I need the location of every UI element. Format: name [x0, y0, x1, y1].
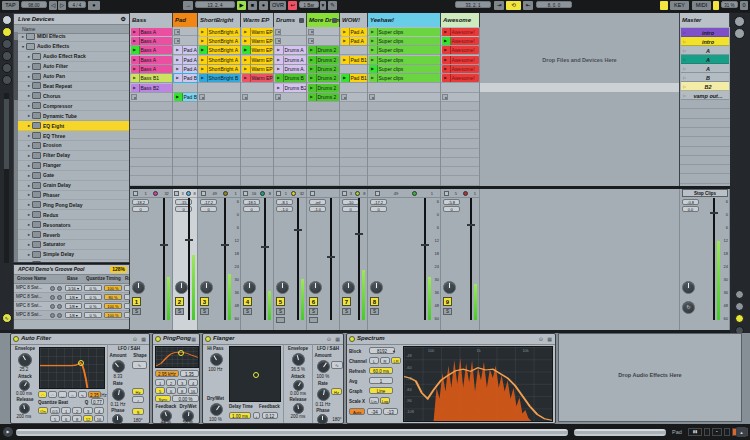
column-header[interactable]: Base — [67, 276, 78, 281]
clip-slot[interactable] — [340, 65, 367, 74]
beat-division-button[interactable]: 5 — [155, 387, 165, 394]
groove-quantize-field[interactable]: 0 % — [84, 312, 102, 318]
volume-field[interactable]: -18.5 — [243, 199, 260, 205]
hot-swap-icon[interactable] — [57, 295, 62, 300]
clip[interactable]: ▶Awesome! — [442, 37, 479, 45]
scene-slot[interactable]: ▷vamp out... — [681, 91, 729, 100]
pan-field[interactable]: -1.0 — [309, 206, 326, 212]
clip-launch-button[interactable]: ▶ — [174, 56, 183, 64]
overdub-button[interactable]: OVR — [270, 1, 286, 10]
clip-slot[interactable] — [173, 36, 197, 45]
clip-slot[interactable] — [241, 93, 273, 102]
volume-field[interactable]: -inf — [309, 199, 326, 205]
lock-icon[interactable] — [50, 286, 55, 291]
nudge-up-button[interactable]: ▷ — [58, 1, 66, 10]
browser-item[interactable]: ▸EQ Three — [18, 131, 129, 141]
browser-item[interactable]: ▸Phaser — [18, 191, 129, 201]
clip[interactable]: ▶Pad A — [341, 28, 367, 36]
clip-slot[interactable]: ▶Bass B1 — [130, 74, 172, 83]
channel-button[interactable]: R — [380, 357, 390, 364]
browser-item[interactable]: ▸Beat Repeat — [18, 82, 129, 92]
clip-slot[interactable]: ▶Drums B2 — [274, 83, 306, 92]
beat-division-button[interactable]: 2 — [72, 407, 82, 414]
browser-item[interactable]: ▸MIDI Effects — [18, 32, 129, 42]
browser-item[interactable]: ▸Erosion — [18, 141, 129, 151]
clip-slot[interactable]: ▶ShortBright A — [198, 65, 240, 74]
solo-button[interactable]: S — [243, 308, 252, 315]
clip[interactable]: ▶Warm EP A — [242, 65, 273, 73]
scene-launch-icon[interactable]: ▷ — [683, 57, 686, 62]
clip-launch-button[interactable]: ▶ — [199, 37, 208, 45]
record-button[interactable]: ● — [259, 1, 268, 10]
filter-type-button[interactable]: ∩ — [68, 391, 77, 398]
stop-all-clips-button[interactable]: Stop Clips — [682, 189, 728, 197]
clip-launch-button[interactable]: ▶ — [131, 56, 140, 64]
browser-item[interactable]: ▸Filter Delay — [18, 151, 129, 161]
filter-type-button[interactable]: ∿ — [78, 391, 87, 398]
pan-knob[interactable] — [243, 281, 256, 294]
clip-slot[interactable]: ▶Pad A — [173, 65, 197, 74]
fader-handle[interactable] — [185, 239, 193, 241]
clip-launch-button[interactable]: ▶ — [442, 56, 451, 64]
clip-launch-button[interactable]: ▶ — [199, 74, 208, 82]
release-knob[interactable] — [19, 403, 30, 414]
beat-division-button[interactable]: 1 — [61, 407, 71, 414]
delay-frequency-field[interactable]: 2.95 kHz — [155, 370, 179, 377]
clip-stop-all-button[interactable] — [276, 191, 281, 196]
clip-launch-button[interactable]: ▶ — [369, 46, 378, 54]
pan-knob[interactable] — [276, 281, 289, 294]
device-view-icon[interactable]: ▶ — [3, 427, 13, 437]
clip[interactable]: ▶Awesome! — [442, 74, 479, 82]
clip-launch-button[interactable]: ▶ — [242, 65, 251, 73]
clip-launch-button[interactable]: ▶ — [308, 65, 317, 73]
clip-launch-button[interactable]: ▶ — [308, 84, 317, 92]
clip[interactable]: ▶Bass B2 — [131, 84, 172, 92]
channel-button[interactable]: L — [369, 357, 379, 364]
quantization-menu[interactable]: 1 Bar — [299, 1, 319, 8]
browser-item[interactable]: ▸Flanger — [18, 161, 129, 171]
clip-slot[interactable]: ▶Super clips — [368, 46, 440, 55]
rate-hz-button[interactable]: Hz — [132, 388, 144, 395]
channel-button[interactable]: LR — [391, 357, 401, 364]
filter-frequency-field[interactable]: 2.35 k — [88, 391, 101, 398]
solo-button[interactable]: S — [443, 308, 452, 315]
pan-knob[interactable] — [175, 281, 188, 294]
save-preset-icon[interactable]: ▦ — [141, 336, 146, 342]
time-signature-field[interactable]: 4 / 4 — [68, 1, 86, 8]
device-power-button[interactable] — [205, 336, 211, 342]
clip[interactable]: ▶Pad B1 — [341, 56, 367, 64]
clip-slot[interactable]: ▶Warm EP A — [241, 55, 273, 64]
clip[interactable]: ▶Pad A — [174, 46, 197, 54]
scene-launch-icon[interactable]: ▷ — [683, 93, 686, 98]
clip-stop-all-button[interactable] — [375, 191, 380, 196]
cue-volume-knob[interactable]: ↻ — [682, 301, 695, 314]
clip-launch-button[interactable]: ▶ — [174, 93, 183, 101]
loop-button[interactable]: ⟲ — [506, 1, 521, 10]
sends-section-toggle[interactable] — [735, 302, 744, 311]
clip-stop-all-button[interactable] — [342, 191, 347, 196]
hot-swap-icon[interactable]: ⊙ — [327, 336, 331, 342]
pan-field[interactable]: 0 — [243, 206, 260, 212]
clip-stop-button[interactable] — [275, 38, 281, 44]
clip[interactable]: ▶Pad A — [341, 37, 367, 45]
clip-slot[interactable] — [307, 36, 339, 45]
track-header[interactable]: Awesome — [441, 13, 480, 27]
browser-item[interactable]: ▸Auto Pan — [18, 72, 129, 82]
clip-slot[interactable]: ▶Bass A — [130, 65, 172, 74]
library-icon[interactable] — [2, 75, 12, 85]
master-track-header[interactable]: Master — [680, 13, 730, 27]
clip-slot[interactable] — [274, 36, 306, 45]
clip-slot[interactable]: ▶Bass B2 — [130, 83, 172, 92]
lfo-amount-knob[interactable] — [317, 360, 330, 373]
column-header[interactable]: Timing — [106, 276, 121, 281]
arm-button[interactable] — [309, 317, 318, 323]
beat-division-button[interactable]: 8 — [177, 387, 187, 394]
volume-field[interactable]: -0.8 — [682, 199, 699, 205]
clip-launch-button[interactable]: ▶ — [275, 74, 284, 82]
clip-slot[interactable]: ▶Pad A — [340, 36, 367, 45]
clip-slot[interactable]: ▶Super clips — [368, 65, 440, 74]
clip-slot[interactable] — [368, 83, 440, 92]
hot-swap-icon[interactable] — [57, 304, 62, 309]
loop-start-field[interactable]: 33. 2. 1 — [455, 1, 491, 8]
volume-fader[interactable] — [355, 198, 365, 320]
